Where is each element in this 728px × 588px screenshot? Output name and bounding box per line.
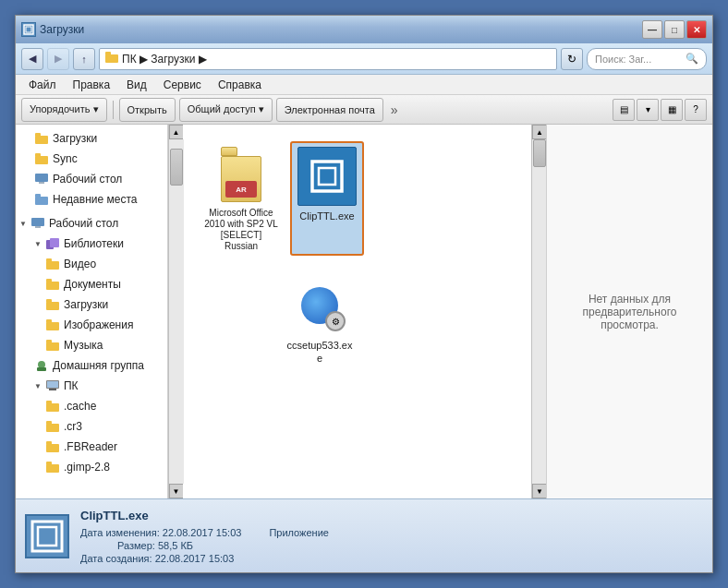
status-bar: ClipTTL.exe Дата изменения: 22.08.2017 1…	[16, 498, 712, 572]
svg-rect-3	[105, 52, 111, 55]
files-container: AR Microsoft Office 2010 with SP2 VL [SE…	[183, 125, 712, 498]
svg-rect-37	[46, 464, 59, 473]
sidebar-item-downloads2[interactable]: Загрузки	[16, 294, 167, 315]
svg-rect-15	[50, 238, 59, 247]
open-button[interactable]: Открыть	[119, 98, 176, 122]
svg-rect-9	[39, 182, 44, 184]
menu-edit[interactable]: Правка	[66, 77, 118, 93]
desktop-icon	[34, 172, 49, 186]
scroll-down-arrow[interactable]: ▼	[532, 484, 547, 498]
sidebar-item-docs[interactable]: Документы	[16, 274, 167, 294]
organize-button[interactable]: Упорядочить ▾	[21, 98, 107, 122]
sidebar-item-sync[interactable]: Sync	[16, 149, 167, 169]
sidebar-label: Документы	[64, 278, 121, 291]
svg-rect-17	[46, 258, 52, 262]
scroll-up-arrow[interactable]: ▲	[169, 125, 184, 139]
forward-button[interactable]: ▶	[47, 48, 69, 70]
sidebar-scrollbar[interactable]: ▲ ▼	[168, 125, 183, 498]
toolbar-separator	[113, 101, 114, 119]
email-button[interactable]: Электронная почта	[276, 98, 383, 122]
share-button[interactable]: Общий доступ ▾	[179, 98, 273, 122]
sidebar-label: .gimp-2.8	[64, 461, 110, 474]
folder-icon	[34, 131, 49, 146]
sidebar-item-cr3[interactable]: .cr3	[16, 416, 167, 437]
maximize-button[interactable]: □	[664, 20, 685, 39]
view-icon: ▤	[620, 104, 628, 114]
svg-rect-32	[46, 401, 52, 404]
more-button[interactable]: »	[387, 102, 402, 117]
library-icon	[45, 236, 60, 251]
menu-file[interactable]: Файл	[21, 77, 64, 93]
sidebar-group-desktop[interactable]: ▼ Рабочий стол	[16, 213, 167, 234]
search-box[interactable]: Поиск: Заг... 🔍	[587, 48, 707, 70]
sidebar-item-desktop[interactable]: Рабочий стол	[16, 169, 167, 189]
up-button[interactable]: ↑	[73, 48, 95, 70]
file-item-clipttl[interactable]: ClipTTL.exe	[290, 141, 364, 256]
sidebar-item-cache[interactable]: .cache	[16, 396, 167, 416]
file-item-office[interactable]: AR Microsoft Office 2010 with SP2 VL [SE…	[200, 141, 283, 256]
sidebar-group-libraries[interactable]: ▼ Библиотеки	[16, 234, 167, 254]
preview-pane-button[interactable]: ▦	[661, 99, 683, 121]
sidebar-item-recent[interactable]: Недавние места	[16, 189, 167, 210]
desktop-icon	[30, 216, 45, 231]
sidebar-label: Загрузки	[64, 298, 108, 311]
collapse-icon: ▼	[34, 382, 42, 390]
sidebar-item-fbreader[interactable]: .FBReader	[16, 437, 167, 457]
svg-rect-12	[31, 218, 44, 226]
sidebar-group-pc[interactable]: ▼ ПК	[16, 376, 167, 396]
svg-rect-31	[46, 403, 59, 412]
minimize-button[interactable]: —	[642, 20, 662, 39]
view-toggle-button[interactable]: ▤	[613, 99, 635, 121]
sidebar-item-gimp[interactable]: .gimp-2.8	[16, 457, 167, 477]
sidebar-item-homegroup[interactable]: Домашняя группа	[16, 355, 167, 376]
svg-rect-27	[37, 367, 46, 371]
search-icon: 🔍	[686, 53, 698, 65]
sidebar-item-downloads[interactable]: Загрузки	[16, 128, 167, 149]
svg-rect-33	[46, 424, 59, 432]
scroll-up-arrow[interactable]: ▲	[532, 125, 547, 139]
scroll-down-arrow[interactable]: ▼	[169, 484, 184, 498]
sidebar-item-images[interactable]: Изображения	[16, 315, 167, 335]
address-path[interactable]: ПК ▶ Загрузки ▶	[99, 48, 557, 70]
files-scrollbar[interactable]: ▲ ▼	[531, 125, 546, 498]
address-text: ПК ▶ Загрузки ▶	[122, 53, 207, 66]
file-item-ccsetup[interactable]: ⚙ ccsetup533.exe	[283, 272, 357, 369]
svg-rect-5	[35, 133, 41, 137]
refresh-icon: ↻	[567, 53, 576, 66]
explorer-window: Загрузки — □ ✕ ◀ ▶ ↑ ПК ▶ Загрузки ▶	[15, 15, 713, 573]
menu-help[interactable]: Справка	[211, 77, 269, 93]
svg-rect-36	[46, 441, 52, 445]
svg-rect-18	[46, 282, 59, 290]
main-content: Загрузки Sync Рабочий стол	[16, 125, 712, 498]
folder-icon	[45, 419, 60, 434]
scroll-thumb[interactable]	[170, 149, 183, 186]
title-bar-buttons: — □ ✕	[642, 20, 707, 39]
close-button[interactable]: ✕	[686, 20, 707, 39]
scroll-track[interactable]	[169, 139, 184, 484]
view-dropdown-button[interactable]: ▾	[637, 99, 659, 121]
view-icons: ▤ ▾ ▦ ?	[613, 99, 707, 121]
sidebar-item-music[interactable]: Музыка	[16, 335, 167, 355]
refresh-button[interactable]: ↻	[561, 48, 583, 70]
sidebar-label: Рабочий стол	[53, 173, 122, 186]
svg-rect-34	[46, 421, 52, 425]
menu-service[interactable]: Сервис	[156, 77, 209, 93]
pc-icon	[45, 378, 60, 393]
back-button[interactable]: ◀	[21, 48, 43, 70]
toolbar: Упорядочить ▾ Открыть Общий доступ ▾ Эле…	[16, 95, 712, 125]
svg-rect-2	[105, 54, 118, 63]
search-placeholder: Поиск: Заг...	[595, 54, 682, 65]
sidebar-label: Sync	[53, 152, 78, 165]
svg-rect-1	[26, 27, 31, 32]
help-button[interactable]: ?	[685, 99, 707, 121]
status-info: ClipTTL.exe Дата изменения: 22.08.2017 1…	[80, 509, 329, 564]
svg-rect-10	[35, 197, 48, 205]
folder-icon	[45, 399, 60, 414]
sidebar-item-video[interactable]: Видео	[16, 254, 167, 274]
file-item-ccsetup[interactable]	[414, 245, 421, 252]
scroll-thumb[interactable]	[533, 139, 546, 167]
menu-view[interactable]: Вид	[119, 77, 154, 93]
svg-rect-21	[46, 299, 52, 303]
scroll-track[interactable]	[532, 139, 546, 484]
svg-rect-42	[38, 527, 56, 546]
